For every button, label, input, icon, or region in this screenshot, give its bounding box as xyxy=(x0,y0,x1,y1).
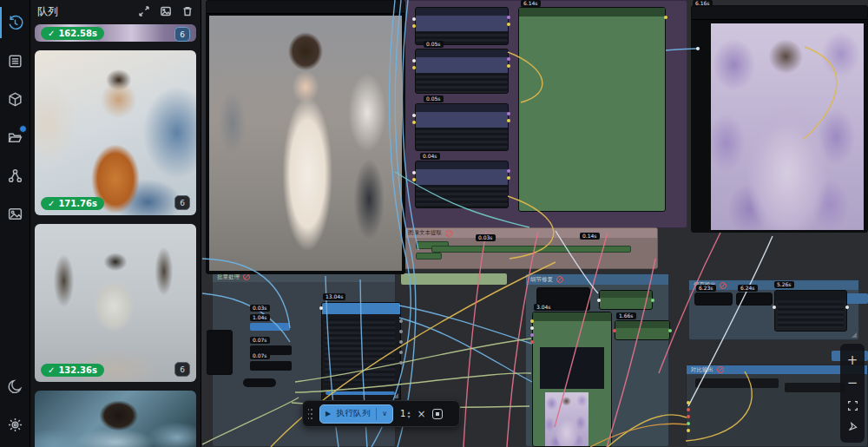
count-badge[interactable]: 6 xyxy=(174,195,190,210)
sidebar-item-gallery[interactable] xyxy=(0,194,30,233)
node[interactable] xyxy=(416,253,442,260)
port[interactable] xyxy=(412,171,416,174)
port[interactable] xyxy=(664,16,667,19)
queue-item[interactable]: ✓132.36s 6 xyxy=(35,224,196,382)
node[interactable] xyxy=(599,290,653,310)
count-badge[interactable]: 6 xyxy=(174,27,190,42)
port[interactable] xyxy=(530,333,534,337)
port[interactable] xyxy=(412,114,416,117)
group-title[interactable]: 图像文本提取 xyxy=(404,228,657,238)
image-result-node[interactable] xyxy=(691,5,868,233)
count-badge[interactable]: 6 xyxy=(174,362,190,377)
port[interactable] xyxy=(613,329,616,332)
run-queue-button[interactable]: ▶ 执行队列 ∨ xyxy=(319,404,393,424)
node[interactable] xyxy=(415,161,509,208)
port[interactable] xyxy=(412,59,416,62)
node-header[interactable] xyxy=(695,378,779,388)
fit-view-button[interactable] xyxy=(847,400,858,411)
port[interactable] xyxy=(651,299,654,302)
port[interactable] xyxy=(507,57,510,61)
port[interactable] xyxy=(399,340,403,344)
port[interactable] xyxy=(687,408,690,411)
drag-handle[interactable] xyxy=(307,408,312,420)
widget-row-selected[interactable] xyxy=(250,323,290,331)
node[interactable] xyxy=(736,293,773,306)
node[interactable] xyxy=(415,7,509,45)
node[interactable] xyxy=(532,312,612,447)
queue-item[interactable] xyxy=(35,391,196,447)
port[interactable] xyxy=(412,17,416,21)
port[interactable] xyxy=(507,169,510,173)
sidebar-item-model-library[interactable] xyxy=(0,80,30,118)
port[interactable] xyxy=(507,119,510,122)
port[interactable] xyxy=(668,329,672,332)
port[interactable] xyxy=(412,178,416,181)
stop-button[interactable] xyxy=(432,409,443,419)
stepper-down-icon[interactable]: ▾ xyxy=(407,414,410,418)
queue-item[interactable]: ✓171.76s 6 xyxy=(35,50,196,215)
port[interactable] xyxy=(507,64,510,68)
node-resize-handle[interactable] xyxy=(393,393,398,398)
node[interactable] xyxy=(431,246,631,253)
port[interactable] xyxy=(773,306,776,309)
batch-count-field[interactable]: 1 ▴ ▾ xyxy=(400,409,410,418)
port[interactable] xyxy=(696,47,700,50)
node[interactable] xyxy=(415,103,509,151)
node-graph-canvas[interactable]: 图像文本提取 批量处理 细节修复 保存输出 对比输出 xyxy=(201,0,868,447)
port[interactable] xyxy=(507,16,510,19)
trash-icon[interactable] xyxy=(181,5,194,17)
port[interactable] xyxy=(507,176,510,180)
group-title[interactable]: 细节修复 xyxy=(526,274,668,285)
zoom-out-button[interactable]: − xyxy=(847,377,858,390)
image-view-icon[interactable] xyxy=(160,5,172,17)
port[interactable] xyxy=(399,330,403,333)
zoom-in-button[interactable]: + xyxy=(847,354,858,367)
port[interactable] xyxy=(399,361,403,365)
port[interactable] xyxy=(399,351,403,354)
port[interactable] xyxy=(507,23,510,26)
scrollbar[interactable] xyxy=(326,391,395,395)
port[interactable] xyxy=(597,299,601,302)
clear-queue-button[interactable]: × xyxy=(417,409,425,419)
sidebar-item-queue-history[interactable] xyxy=(0,3,30,42)
list-node[interactable] xyxy=(321,302,401,401)
port[interactable] xyxy=(412,66,416,69)
port[interactable] xyxy=(530,319,534,323)
sidebar-item-workflows[interactable] xyxy=(0,118,30,156)
node[interactable] xyxy=(415,49,509,94)
image-preview-node[interactable] xyxy=(206,0,405,274)
count-stepper[interactable]: ▴ ▾ xyxy=(407,410,410,418)
port[interactable] xyxy=(687,422,690,425)
node[interactable] xyxy=(207,330,233,375)
queue-item[interactable]: ✓162.58s 6 xyxy=(35,24,196,42)
port[interactable] xyxy=(507,112,510,115)
select-mode-button[interactable] xyxy=(847,421,858,432)
reroute-node[interactable] xyxy=(243,378,276,387)
port[interactable] xyxy=(412,24,416,28)
port[interactable] xyxy=(399,319,403,323)
group-title-bar[interactable] xyxy=(401,273,507,285)
node[interactable] xyxy=(694,293,733,306)
node-header[interactable] xyxy=(785,383,845,392)
sidebar-item-settings[interactable] xyxy=(0,405,30,444)
node[interactable] xyxy=(774,290,847,332)
port[interactable] xyxy=(687,401,690,404)
node[interactable] xyxy=(615,320,670,340)
port[interactable] xyxy=(687,415,690,418)
node-title-bar[interactable] xyxy=(692,6,867,20)
node[interactable] xyxy=(518,7,666,212)
port[interactable] xyxy=(845,306,849,309)
port[interactable] xyxy=(687,429,690,432)
node-group[interactable]: 图像文本提取 xyxy=(403,227,658,269)
sidebar-item-node-library[interactable] xyxy=(0,42,30,80)
sidebar-item-theme-toggle[interactable] xyxy=(0,367,30,405)
node-title-bar[interactable] xyxy=(207,1,404,14)
group-resize-handle[interactable] xyxy=(852,332,857,338)
port[interactable] xyxy=(412,121,416,124)
port[interactable] xyxy=(319,306,323,310)
node[interactable] xyxy=(250,361,292,371)
sidebar-item-node-map[interactable] xyxy=(0,156,30,194)
port[interactable] xyxy=(530,326,534,330)
expand-panel-icon[interactable] xyxy=(138,5,150,17)
port[interactable] xyxy=(530,340,534,344)
